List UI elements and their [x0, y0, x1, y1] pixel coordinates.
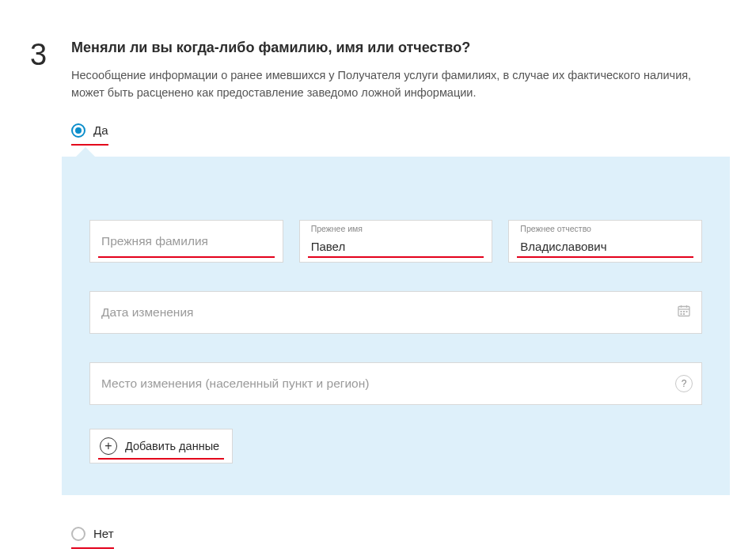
radio-no-label: Нет — [93, 527, 114, 540]
change-date-field[interactable]: Дата изменения — [89, 291, 702, 334]
question-description: Несообщение информации о ранее имевшихся… — [71, 67, 720, 102]
change-place-field[interactable]: Место изменения (населенный пункт и реги… — [89, 362, 702, 405]
calendar-icon — [678, 305, 690, 320]
radio-yes-label: Да — [93, 123, 108, 137]
change-date-placeholder: Дата изменения — [90, 305, 701, 320]
yes-panel: Прежняя фамилия Прежнее имя Павел Прежне… — [62, 157, 730, 495]
prev-name-field[interactable]: Прежнее имя Павел — [299, 220, 493, 263]
svg-rect-5 — [683, 311, 685, 312]
radio-yes[interactable]: Да — [71, 123, 108, 146]
prev-name-label: Прежнее имя — [311, 224, 363, 233]
change-place-placeholder: Место изменения (населенный пункт и реги… — [101, 376, 369, 391]
question-title: Меняли ли вы когда-либо фамилию, имя или… — [71, 40, 720, 56]
prev-surname-placeholder: Прежняя фамилия — [90, 234, 283, 248]
svg-rect-7 — [681, 313, 682, 315]
plus-icon: + — [100, 437, 117, 455]
step-number: 3 — [30, 38, 47, 72]
prev-patronymic-label: Прежнее отчество — [520, 224, 591, 233]
error-underline — [98, 458, 224, 460]
radio-no[interactable]: Нет — [71, 527, 114, 549]
prev-patronymic-field[interactable]: Прежнее отчество Владиславович — [508, 220, 702, 263]
radio-unselected-icon — [71, 527, 85, 541]
radio-selected-icon — [71, 123, 85, 138]
svg-rect-4 — [681, 311, 682, 312]
svg-rect-6 — [686, 311, 688, 312]
error-underline — [517, 256, 693, 258]
error-underline — [308, 256, 484, 258]
add-data-button[interactable]: + Добавить данные — [89, 429, 233, 464]
prev-surname-field[interactable]: Прежняя фамилия — [89, 220, 283, 263]
panel-arrow-icon — [76, 147, 95, 157]
error-underline — [98, 256, 275, 258]
svg-rect-8 — [683, 313, 685, 315]
add-data-label: Добавить данные — [125, 440, 219, 452]
help-icon[interactable]: ? — [675, 375, 693, 392]
